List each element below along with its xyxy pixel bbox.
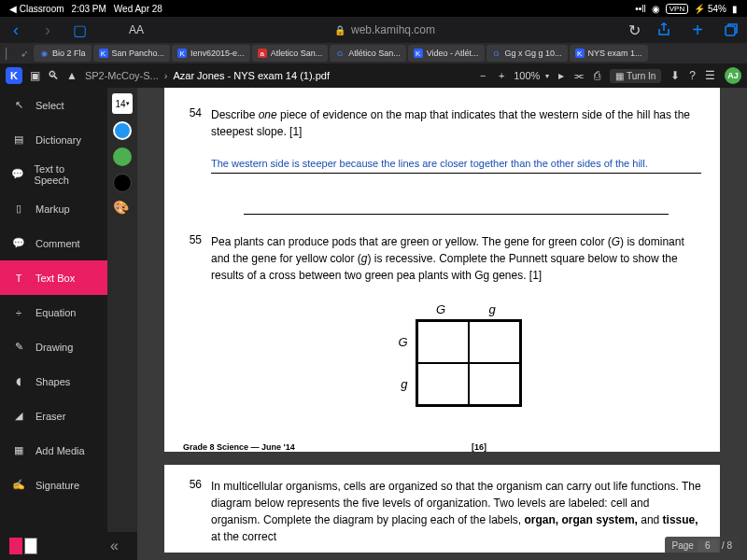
tool-equation[interactable]: ÷Equation xyxy=(0,295,107,329)
compass-icon[interactable]: ➶ xyxy=(21,49,28,59)
zoom-dropdown-icon[interactable]: ▾ xyxy=(545,72,549,80)
view-mode-toggle[interactable] xyxy=(9,538,37,554)
tab-nysexam[interactable]: KNYS exam 1... xyxy=(570,45,648,62)
forward-button[interactable]: › xyxy=(39,21,56,38)
back-button[interactable]: ‹ xyxy=(7,21,24,38)
zoom-level[interactable]: 100% xyxy=(514,70,540,81)
q54-number: 54 xyxy=(183,106,202,215)
equation-icon: ÷ xyxy=(11,305,26,320)
menu-icon[interactable]: ☰ xyxy=(705,69,715,82)
tab-video[interactable]: KVideo - Atlét... xyxy=(408,45,485,62)
tab-atletico2[interactable]: GAtlético San... xyxy=(330,45,406,62)
tool-addmedia[interactable]: ▦Add Media xyxy=(0,433,107,468)
breadcrumb-file[interactable]: Azar Jones - NYS exam 14 (1).pdf xyxy=(173,70,330,81)
tab-ggxgg[interactable]: GGg x Gg g 10... xyxy=(486,45,568,62)
book-icon: ▤ xyxy=(11,133,26,147)
tab-sanpancho[interactable]: KSan Pancho... xyxy=(93,45,171,62)
kami-toolbar: K ▣ 🔍︎ ▲ SP2-McCoy-S... › Azar Jones - N… xyxy=(0,63,747,88)
tab-ienv[interactable]: KIenv62015-e... xyxy=(172,45,250,62)
student-answer[interactable]: The western side is steeper because the … xyxy=(211,158,648,169)
kami-logo[interactable]: K xyxy=(6,67,22,84)
tool-signature[interactable]: ✍Signature xyxy=(0,468,107,502)
lock-icon: 🔒 xyxy=(334,25,345,35)
color-green[interactable] xyxy=(113,147,132,166)
svg-rect-0 xyxy=(726,26,735,35)
tool-textbox[interactable]: TText Box xyxy=(0,260,107,295)
tab-bio[interactable]: ◉Bio 2 Fla xyxy=(34,45,92,62)
help-icon[interactable]: ? xyxy=(689,69,696,82)
tabs-button[interactable] xyxy=(723,21,740,38)
answer-line-2[interactable] xyxy=(244,202,669,215)
tool-drawing[interactable]: ✎Drawing xyxy=(0,329,107,364)
reload-button[interactable]: ↻ xyxy=(626,21,642,38)
zoom-out-button[interactable]: − xyxy=(476,70,489,81)
tool-markup[interactable]: ▯Markup xyxy=(0,191,107,226)
media-icon: ▦ xyxy=(11,443,26,458)
punnett-cell[interactable] xyxy=(469,321,520,363)
cursor-icon: ↖ xyxy=(11,98,26,113)
answer-line-1[interactable]: The western side is steeper because the … xyxy=(211,157,701,174)
page-indicator[interactable]: Page 6 / 8 xyxy=(665,537,740,554)
tool-select[interactable]: ↖Select xyxy=(0,88,107,122)
signal-icon: ••ll xyxy=(635,4,645,14)
q55-number: 55 xyxy=(183,233,202,424)
zoom-in-button[interactable]: + xyxy=(495,70,508,81)
open-icon[interactable]: ▸ xyxy=(558,69,564,82)
punnett-cell[interactable] xyxy=(417,321,469,363)
print-icon[interactable]: ⎙ xyxy=(594,69,600,82)
collapse-sidebar-button[interactable]: « xyxy=(110,538,119,554)
battery-percent: ⚡ 54% xyxy=(694,4,726,14)
speech-icon: 💬 xyxy=(11,167,25,182)
url-bar[interactable]: 🔒 web.kamihq.com xyxy=(157,23,613,36)
page-number-input[interactable]: 6 xyxy=(698,539,718,552)
question-54: 54 Describe one piece of evidence on the… xyxy=(183,106,701,215)
safari-toolbar: ‹ › ▢ AA 🔒 web.kamihq.com ↻ + xyxy=(0,17,747,43)
download-icon[interactable]: ⬇ xyxy=(670,69,680,82)
punnett-cell[interactable] xyxy=(469,363,520,405)
share-button[interactable] xyxy=(655,21,672,38)
bookmarks-icon[interactable]: ▢ xyxy=(71,21,88,38)
view-single[interactable] xyxy=(9,538,22,554)
panel-toggle[interactable]: │ xyxy=(4,48,15,59)
chevron-right-icon: › xyxy=(164,70,168,81)
view-double[interactable] xyxy=(24,538,37,554)
question-56: 56 In multicellular organisms, cells are… xyxy=(183,478,701,545)
color-black[interactable] xyxy=(113,174,132,192)
turn-in-button[interactable]: ▦ Turn In xyxy=(610,69,661,83)
reader-button[interactable]: AA xyxy=(129,23,144,36)
battery-icon: ▮ xyxy=(732,4,738,14)
back-to-app[interactable]: ◀ Classroom xyxy=(9,4,64,14)
drive-icon[interactable]: ▲ xyxy=(66,69,78,82)
ipad-status-bar: ◀ Classroom 2:03 PM Wed Apr 28 ••ll ◉ VP… xyxy=(0,0,747,17)
color-blue[interactable] xyxy=(113,121,132,140)
tool-dictionary[interactable]: ▤Dictionary xyxy=(0,122,107,157)
tool-eraser[interactable]: ◢Eraser xyxy=(0,399,107,433)
signature-icon: ✍ xyxy=(11,478,26,493)
status-date: Wed Apr 28 xyxy=(114,4,162,14)
tab-atletico1[interactable]: aAtletico San... xyxy=(252,45,329,62)
document-viewport[interactable]: 54 Describe one piece of evidence on the… xyxy=(137,88,747,560)
tool-tts[interactable]: 💬Text to Speech xyxy=(0,157,107,191)
sidebar-toggle-icon[interactable]: ▣ xyxy=(30,69,40,82)
shapes-icon: ◖ xyxy=(11,374,26,389)
share-icon[interactable]: ⫘ xyxy=(573,69,585,82)
text-icon: T xyxy=(11,271,26,286)
user-avatar[interactable]: AJ xyxy=(725,67,741,84)
pdf-page: 54 Describe one piece of evidence on the… xyxy=(164,88,720,553)
wifi-icon: ◉ xyxy=(652,4,660,14)
tool-shapes[interactable]: ◖Shapes xyxy=(0,364,107,399)
q56-number: 56 xyxy=(183,478,202,545)
question-55: 55 Pea plants can produce pods that are … xyxy=(183,233,701,424)
new-tab-button[interactable]: + xyxy=(689,21,706,38)
breadcrumb: SP2-McCoy-S... › Azar Jones - NYS exam 1… xyxy=(85,70,330,81)
search-icon[interactable]: 🔍︎ xyxy=(48,69,59,82)
zoom-controls: − + 100% ▾ xyxy=(476,70,549,81)
palette-icon[interactable]: 🎨 xyxy=(113,200,132,218)
brush-icon: ✎ xyxy=(11,340,26,355)
breadcrumb-folder[interactable]: SP2-McCoy-S... xyxy=(85,70,159,81)
punnett-cell[interactable] xyxy=(417,363,469,405)
vpn-badge: VPN xyxy=(666,4,688,14)
font-size-selector[interactable]: 14▾ xyxy=(112,93,133,114)
tool-comment[interactable]: 💬Comment xyxy=(0,226,107,260)
markup-icon: ▯ xyxy=(11,202,26,217)
